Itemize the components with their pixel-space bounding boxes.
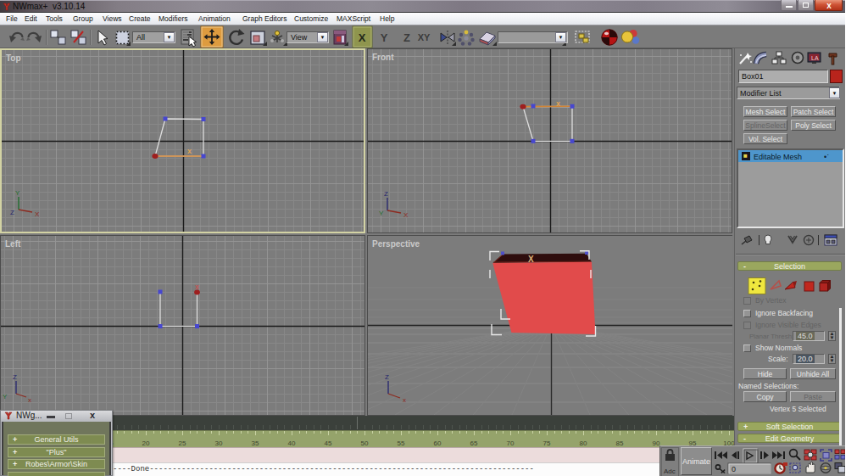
- svg-text:65: 65: [470, 440, 478, 447]
- svg-text:Y: Y: [15, 189, 20, 197]
- svg-text:35: 35: [252, 440, 259, 447]
- svg-text:45: 45: [325, 440, 332, 447]
- svg-text:50: 50: [361, 440, 369, 447]
- svg-text:x: x: [28, 396, 31, 404]
- svg-text:30: 30: [215, 440, 223, 447]
- svg-text:Z: Z: [403, 31, 410, 44]
- svg-text:Y: Y: [381, 31, 388, 44]
- svg-text:0: 0: [732, 465, 736, 473]
- svg-text:XY: XY: [418, 32, 431, 42]
- svg-text:Y: Y: [379, 210, 384, 217]
- svg-text:LA: LA: [811, 55, 819, 61]
- svg-text:Perspective: Perspective: [372, 239, 420, 249]
- svg-text:80: 80: [580, 440, 587, 447]
- svg-text:Z: Z: [384, 190, 388, 198]
- svg-text:X: X: [35, 210, 40, 218]
- svg-text:20: 20: [142, 440, 150, 447]
- svg-text:40: 40: [288, 440, 296, 447]
- svg-text:x: x: [195, 283, 199, 291]
- svg-text:25: 25: [179, 440, 186, 447]
- svg-text:55: 55: [398, 440, 405, 447]
- svg-text:Adc: Adc: [664, 468, 676, 475]
- svg-text:Top: Top: [6, 53, 21, 63]
- svg-text:60: 60: [434, 440, 442, 447]
- svg-text:X: X: [359, 31, 366, 44]
- svg-text:Left: Left: [5, 239, 21, 249]
- svg-text:X: X: [528, 255, 534, 264]
- svg-text:Z: Z: [10, 209, 14, 216]
- svg-text:70: 70: [507, 440, 515, 447]
- svg-text:Z: Z: [385, 373, 389, 381]
- svg-text:X: X: [403, 211, 409, 219]
- svg-text:85: 85: [616, 440, 624, 447]
- svg-text:x: x: [187, 147, 192, 155]
- svg-text:Z: Z: [13, 373, 17, 381]
- svg-text:Y: Y: [3, 393, 8, 400]
- svg-text:x: x: [556, 99, 560, 108]
- svg-text:Front: Front: [372, 53, 394, 62]
- svg-text:x: x: [403, 396, 406, 404]
- svg-text:75: 75: [543, 440, 551, 447]
